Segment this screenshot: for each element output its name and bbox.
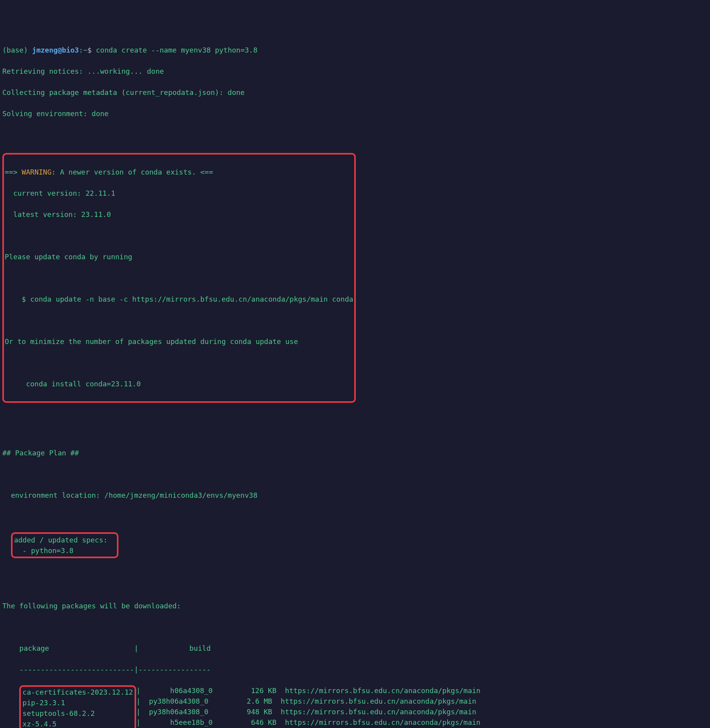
pkg-size: 2.6 MB xyxy=(208,697,272,705)
user-host: jmzeng@bio3 xyxy=(32,46,79,54)
or-minimize: Or to minimize the number of packages up… xyxy=(5,336,353,347)
pkg-size: 126 KB xyxy=(213,686,277,695)
download-intro: The following packages will be downloade… xyxy=(2,601,708,611)
pkg-build: h5eee18b_0 xyxy=(140,718,213,726)
pkg-size: 646 KB xyxy=(213,718,277,726)
pkg-url: https://mirrors.bfsu.edu.cn/anaconda/pkg… xyxy=(272,697,476,705)
progress-solving: Solving environment: done xyxy=(2,108,708,119)
warning-box: ==> WARNING: A newer version of conda ex… xyxy=(2,153,356,403)
progress-metadata: Collecting package metadata (current_rep… xyxy=(2,87,708,98)
pkg-build: py38h06a4308_0 xyxy=(140,708,208,716)
pkg-url: https://mirrors.bfsu.edu.cn/anaconda/pkg… xyxy=(272,708,476,716)
command-text: conda create --name myenv38 python=3.8 xyxy=(96,46,257,54)
specs-box: added / updated specs: - python=3.8 xyxy=(11,532,118,558)
pkg-name: setuptools-68.2.2 xyxy=(22,708,133,719)
pkg-name: pip-23.3.1 xyxy=(22,697,133,708)
pkg-build: h06a4308_0 xyxy=(140,686,213,695)
pkg-name: xz-5.4.5 xyxy=(22,719,133,728)
warning-header: ==> WARNING: A newer version of conda ex… xyxy=(5,167,353,177)
conda-install-cmd: conda install conda=23.11.0 xyxy=(5,379,353,389)
progress-notices: Retrieving notices: ...working... done xyxy=(2,66,708,76)
pkg-build: py38h06a4308_0 xyxy=(140,697,208,705)
pkg-url: https://mirrors.bfsu.edu.cn/anaconda/pkg… xyxy=(277,718,481,726)
cwd: ~ xyxy=(83,46,87,54)
pkg-name: ca-certificates-2023.12.12 xyxy=(22,687,133,697)
env-tag: (base) xyxy=(2,46,32,54)
specs-header: added / updated specs: xyxy=(14,535,115,545)
specs-item: - python=3.8 xyxy=(14,545,115,556)
table-header: package | build xyxy=(2,643,708,653)
table-rule: ---------------------------|------------… xyxy=(2,664,708,675)
sep: : xyxy=(79,46,83,54)
terminal-output: (base) jmzeng@bio3:~$ conda create --nam… xyxy=(2,34,708,728)
package-highlight-box: ca-certificates-2023.12.12pip-23.3.1 set… xyxy=(19,685,136,728)
pkg-url: https://mirrors.bfsu.edu.cn/anaconda/pkg… xyxy=(277,686,481,695)
dollar: $ xyxy=(87,46,96,54)
package-plan-header: ## Package Plan ## xyxy=(2,448,708,458)
prompt-line[interactable]: (base) jmzeng@bio3:~$ conda create --nam… xyxy=(2,45,708,55)
latest-version: latest version: 23.11.0 xyxy=(5,209,353,220)
table-row: ca-certificates-2023.12.12pip-23.3.1 set… xyxy=(2,685,708,728)
conda-update-cmd: $ conda update -n base -c https://mirror… xyxy=(5,294,353,304)
warning-label: WARNING: xyxy=(22,168,56,176)
env-location: environment location: /home/jmzeng/minic… xyxy=(2,490,708,500)
please-update: Please update conda by running xyxy=(5,251,353,262)
pkg-size: 948 KB xyxy=(208,708,272,716)
current-version: current version: 22.11.1 xyxy=(5,188,353,198)
